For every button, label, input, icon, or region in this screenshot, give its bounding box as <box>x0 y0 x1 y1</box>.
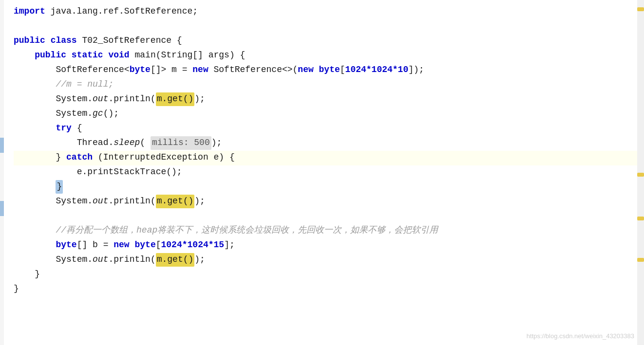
code-line-highlighted: } catch (InterruptedException e) { <box>14 151 644 165</box>
code-line: byte[] b = new byte[1024*1024*15]; <box>14 238 644 253</box>
code-text: ]; <box>224 238 235 252</box>
code-line: public static void main(String[] args) { <box>14 49 644 63</box>
code-text: .println( <box>108 195 155 208</box>
keyword-class: class <box>51 34 77 48</box>
keyword-byte3: byte <box>56 238 76 252</box>
code-line-empty2 <box>14 209 644 224</box>
keyword-try: try <box>56 122 71 135</box>
indent: } <box>14 151 66 164</box>
highlight-mget2: m.get() <box>156 195 195 208</box>
code-text: ]); <box>408 63 424 77</box>
comment-chinese: //再分配一个数组，heap将装不下，这时候系统会垃圾回收，先回收一次，如果不够… <box>56 224 438 237</box>
indent <box>14 122 56 135</box>
keyword-static: static <box>72 49 103 62</box>
indent <box>14 107 56 121</box>
indent <box>14 63 56 77</box>
code-text: ); <box>194 92 205 106</box>
code-line: e.printStackTrace(); <box>14 165 644 180</box>
code-line: System.out.println(m.get()); <box>14 92 644 107</box>
indent <box>14 238 56 252</box>
indent <box>14 253 56 267</box>
code-line: System.gc(); <box>14 107 644 122</box>
left-marker-1 <box>0 138 4 153</box>
code-text <box>103 49 109 62</box>
scrollbar-thumb-top[interactable] <box>637 7 644 11</box>
keyword-new2: new <box>298 63 313 77</box>
code-line: public class T02_SoftReference { <box>14 34 644 49</box>
keyword-public: public <box>35 49 66 62</box>
highlight-mget: m.get() <box>156 92 195 106</box>
code-text: main(String[] args) { <box>130 49 246 62</box>
code-text: System. <box>56 253 93 267</box>
code-text-close: } <box>14 282 19 296</box>
code-text <box>314 63 319 77</box>
code-text: Thread. <box>77 136 114 150</box>
left-gutter <box>0 0 4 345</box>
code-line-empty <box>14 19 644 34</box>
keyword-byte2: byte <box>319 63 340 77</box>
code-line: SoftReference<byte[]> m = new SoftRefere… <box>14 63 644 78</box>
code-text <box>130 238 135 252</box>
indent <box>14 165 77 179</box>
keyword-import: import <box>14 5 45 18</box>
code-text: System. <box>56 107 93 121</box>
code-text: []> m = <box>151 63 192 77</box>
number-text: 1024*1024*10 <box>345 63 409 77</box>
code-line: Thread.sleep( millis: 500); <box>14 136 644 151</box>
indent <box>14 180 56 194</box>
code-text-italic: sleep <box>114 136 140 150</box>
code-text: java.lang.ref.SoftReference; <box>45 5 198 18</box>
code-text: } <box>35 268 40 281</box>
keyword-byte4: byte <box>134 238 155 252</box>
code-text-italic: gc <box>93 107 103 121</box>
code-text-italic: out <box>93 253 108 267</box>
code-text: System. <box>56 195 93 208</box>
watermark: https://blog.csdn.net/weixin_43203383 <box>527 331 634 341</box>
code-content: import java.lang.ref.SoftReference; publ… <box>5 5 644 297</box>
code-line-blue: } <box>14 180 644 195</box>
indent <box>14 224 56 237</box>
code-text: [ <box>340 63 345 77</box>
code-text: ); <box>194 253 205 267</box>
code-text: ( <box>140 136 151 150</box>
blue-brace: } <box>56 180 63 194</box>
code-text: (); <box>103 107 119 121</box>
code-line: } <box>14 268 644 282</box>
code-text: System. <box>56 92 93 106</box>
keyword-new: new <box>192 63 208 77</box>
code-text: ); <box>211 136 222 150</box>
indent <box>14 195 56 208</box>
keyword-new3: new <box>114 238 129 252</box>
scrollbar-thumb-mid2[interactable] <box>637 217 644 220</box>
code-text <box>45 34 51 48</box>
code-text-italic: out <box>93 92 108 106</box>
comment-text: //m = null; <box>56 78 114 91</box>
code-text: SoftReference<>( <box>208 63 298 77</box>
code-text: .println( <box>108 253 155 267</box>
scrollbar-thumb-mid1[interactable] <box>637 173 644 177</box>
keyword-void: void <box>108 49 129 62</box>
scrollbar-thumb-mid3[interactable] <box>637 258 644 262</box>
code-text: [] b = <box>77 238 114 252</box>
left-marker-2 <box>0 201 4 216</box>
code-line: import java.lang.ref.SoftReference; <box>14 5 644 19</box>
code-text: SoftReference< <box>56 63 129 77</box>
highlight-mget3: m.get() <box>156 253 195 267</box>
number-text2: 1024*1024*15 <box>161 238 225 252</box>
keyword-catch: catch <box>66 151 93 164</box>
indent <box>14 92 56 106</box>
code-line: try { <box>14 122 644 136</box>
indent <box>14 49 35 62</box>
param-hint: millis: 500 <box>151 136 211 150</box>
code-text: e.printStackTrace(); <box>77 165 182 179</box>
code-text: [ <box>156 238 161 252</box>
code-text: { <box>72 122 82 135</box>
code-line: System.out.println(m.get()); <box>14 253 644 268</box>
code-text: .println( <box>108 92 155 106</box>
code-text: T02_SoftReference { <box>77 34 182 48</box>
code-text <box>66 49 72 62</box>
code-text: ); <box>194 195 205 208</box>
code-text: (InterruptedException e) { <box>93 151 235 164</box>
code-line-comment2: //再分配一个数组，heap将装不下，这时候系统会垃圾回收，先回收一次，如果不够… <box>14 224 644 238</box>
code-line-comment: //m = null; <box>14 78 644 92</box>
